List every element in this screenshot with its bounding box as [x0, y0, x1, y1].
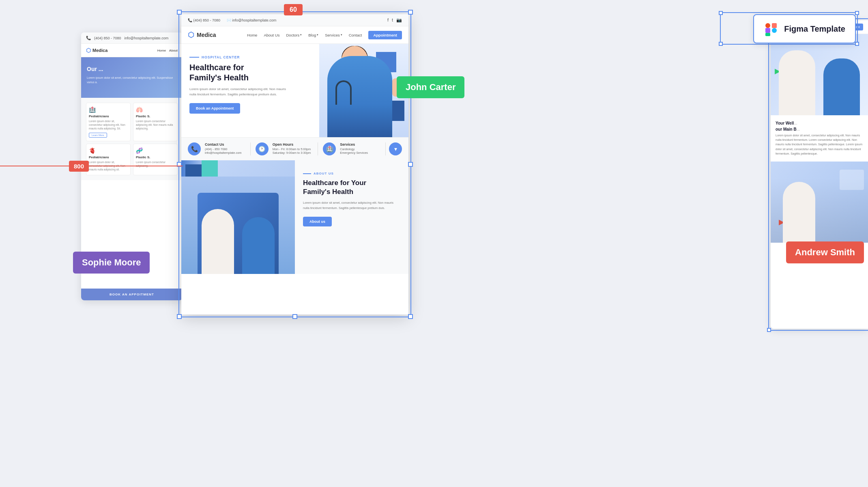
service-1: Cardiology — [340, 147, 368, 151]
twitter-icon: t — [392, 17, 393, 23]
services-info-icon: 🏥 — [323, 142, 336, 155]
andrew-smith-badge: Andrew Smith — [786, 241, 864, 263]
hours-info-text: Open Hours Mon - Fri: 8:00am to 5:00pm S… — [273, 142, 311, 155]
left-email: info@hospitaltemplate.com — [125, 36, 169, 40]
main-preview-card: 📞 (404) 850 - 7080 ✉️ info@hospitaltempl… — [181, 14, 408, 315]
badge-60: 60 — [284, 4, 303, 15]
about-doctors-photo — [181, 177, 295, 274]
left-nav-links: Home About — [157, 49, 178, 52]
contact-email: info@hospitaltemplate.com — [205, 151, 242, 155]
about-content: ABOUT US Healthcare for Your Family's He… — [295, 160, 408, 274]
main-nav: ⬡ Medica Home About Us Doctors ▾ Blog ▾ … — [181, 26, 408, 44]
main-logo: ⬡ Medica — [188, 30, 216, 39]
service-2: Emergency Services — [340, 151, 368, 155]
right-main-subtitle: our Main B... — [776, 127, 863, 131]
sophie-moore-badge: Sophie Moore — [73, 252, 150, 274]
right-doctors-image: ▶ — [771, 162, 868, 243]
hero-cta-button[interactable]: Book an Appointment — [189, 103, 240, 114]
service-desc-2: Lorem ipsum consectetur adipiscing elit.… — [136, 119, 175, 130]
left-hero-desc: Lorem ipsum dolor sit amet, consectetur … — [87, 76, 177, 84]
service-desc-1: Lorem ipsum dolor sit, consectetur adipi… — [89, 119, 128, 130]
services-info-item: 🏥 Services Cardiology Emergency Services — [318, 142, 386, 155]
instagram-icon: 📷 — [396, 17, 402, 23]
plastic2-icon: 🧬 — [136, 147, 175, 154]
service-card-3: 🫀 Pediatricians Lorem ipsum dolor sit, c… — [86, 144, 131, 175]
info-bar: 📞 Contact Us (404) - 850 7080 info@hospi… — [181, 137, 408, 160]
service-name-1: Pediatricians — [89, 114, 128, 118]
figma-logo-icon — [764, 22, 778, 36]
main-topbar-left: 📞 (404) 850 - 7080 ✉️ info@hospitaltempl… — [188, 18, 276, 22]
left-phone-number: (404) 850 - 7080 — [94, 36, 121, 40]
nav-contact[interactable]: Contact — [349, 33, 362, 37]
left-nav: ⬡ Medica Home About — [81, 44, 183, 57]
right-doctor-2 — [823, 58, 860, 115]
main-logo-icon: ⬡ — [188, 30, 194, 39]
left-nav-about: About — [169, 49, 178, 52]
hours-info-item: 🕐 Open Hours Mon - Fri: 8:00am to 5:00pm… — [251, 142, 318, 155]
left-topbar: 📞 (404) 850 - 7080 info@hospitaltemplate… — [81, 32, 183, 44]
doctors-placeholder — [198, 193, 279, 274]
service-card-1: 🏥 Pediatricians Lorem ipsum dolor sit, c… — [86, 103, 131, 141]
hero-description: Lorem ipsum dolor sit amet, consectetur … — [189, 87, 287, 97]
left-logo: ⬡ Medica — [86, 47, 107, 54]
pediatrics-icon: 🏥 — [89, 106, 128, 113]
about-cta-button[interactable]: About us — [303, 217, 332, 226]
nav-about[interactable]: About Us — [264, 33, 279, 37]
left-services-section: 🏥 Pediatricians Lorem ipsum dolor sit, c… — [81, 98, 183, 180]
learn-more-btn-1[interactable]: Learn More — [89, 133, 107, 138]
right-preview-card: Blog Services ▾ Contact Appointment ▶ Yo… — [771, 20, 868, 329]
john-carter-badge: John Carter — [397, 76, 464, 98]
about-description: Lorem ipsum dolor sit amet, consectetur … — [303, 200, 400, 211]
right-doc-badge — [840, 170, 864, 190]
about-section: ABOUT US Healthcare for Your Family's He… — [181, 160, 408, 274]
about-label-line — [303, 173, 311, 174]
nav-services[interactable]: Services ▾ — [325, 33, 342, 37]
svg-rect-4 — [772, 28, 777, 33]
left-footer: BOOK AN APPOITMENT — [81, 289, 183, 300]
phone-icon: 📞 — [86, 36, 91, 40]
nav-blog[interactable]: Blog ▾ — [308, 33, 318, 37]
service-name-4: Plastic S. — [136, 155, 175, 159]
svg-rect-1 — [772, 23, 777, 28]
main-nav-links: Home About Us Doctors ▾ Blog ▾ Services … — [247, 31, 402, 39]
services-info-text: Services Cardiology Emergency Services — [340, 142, 368, 155]
topbar-phone-icon: 📞 (404) 850 - 7080 — [188, 18, 220, 22]
contact-info-item: 📞 Contact Us (404) - 850 7080 info@hospi… — [188, 142, 251, 155]
about-image — [181, 160, 295, 274]
nav-doctors[interactable]: Doctors ▾ — [286, 33, 302, 37]
left-nav-home: Home — [157, 49, 166, 52]
hero-label: HOSPITAL CENTER — [189, 55, 311, 59]
service-name-2: Plastic S. — [136, 114, 175, 118]
nav-home[interactable]: Home — [247, 33, 257, 37]
logo-hex-icon: ⬡ — [86, 47, 91, 54]
left-hero-title: Our ... — [87, 65, 177, 73]
contact-title: Contact Us — [205, 142, 242, 147]
figma-template-box: Figma Template — [753, 14, 856, 43]
doctor-coat-1 — [202, 209, 234, 274]
service-card-4: 🧬 Plastic S. Lorem ipsum consectetur adi… — [133, 144, 178, 175]
ruler-line — [0, 166, 183, 166]
clock-info-icon: 🕐 — [256, 142, 269, 155]
hours-title: Open Hours — [273, 142, 311, 147]
hours-weekend: Saturday: 9:00am to 3:30pm — [273, 151, 311, 155]
hours-weekday: Mon - Fri: 8:00am to 5:00pm — [273, 147, 311, 151]
services-title: Services — [340, 142, 368, 147]
right-doc-figure — [783, 182, 815, 243]
figma-template-label: Figma Template — [784, 24, 845, 34]
svg-rect-3 — [765, 33, 770, 36]
main-hero-section: HOSPITAL CENTER Healthcare for Family's … — [181, 44, 408, 137]
doctor-coat-2 — [242, 217, 275, 274]
right-hero-image: ▶ — [771, 34, 868, 115]
info-toggle-button[interactable]: ▾ — [389, 142, 402, 155]
facebook-icon: f — [387, 17, 389, 23]
nav-appointment-btn[interactable]: Appointment — [368, 31, 402, 39]
stethoscope — [335, 80, 352, 105]
svg-rect-0 — [765, 23, 770, 28]
service-name-3: Pediatricians — [89, 155, 128, 159]
right-doctor-1 — [779, 50, 815, 115]
social-icons: f t 📷 — [387, 17, 402, 23]
plastic-icon: 🫁 — [136, 106, 175, 113]
right-well-description: Lorem ipsum dolor sit amet, consectetur … — [776, 133, 863, 156]
about-title: Healthcare for Your Family's Health — [303, 179, 400, 196]
left-hero: Our ... Lorem ipsum dolor sit amet, cons… — [81, 57, 183, 98]
